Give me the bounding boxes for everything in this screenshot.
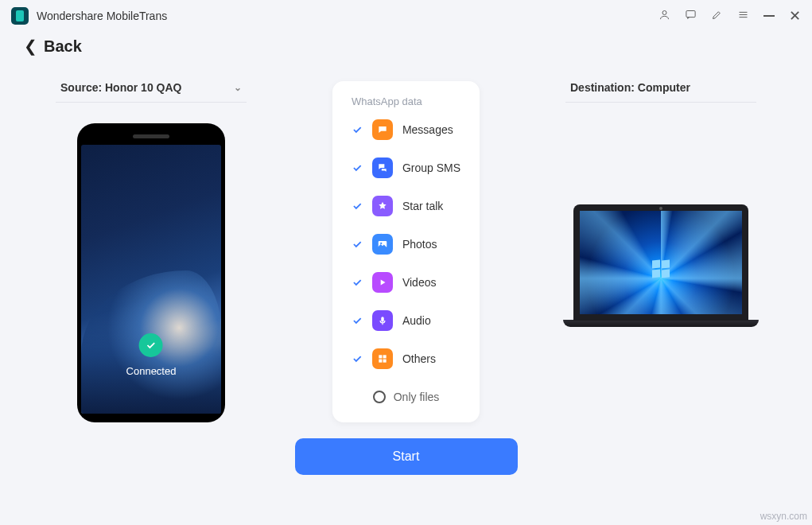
destination-label: Destination: Computer <box>570 81 690 94</box>
item-label: Videos <box>402 276 437 289</box>
data-item-audio[interactable]: Audio <box>347 301 465 340</box>
svg-rect-1 <box>686 10 695 17</box>
data-item-others[interactable]: Others <box>347 340 465 378</box>
destination-device-laptop <box>563 204 759 327</box>
item-label: Audio <box>402 314 431 327</box>
windows-logo-icon <box>652 260 670 278</box>
window-close[interactable]: ✕ <box>789 9 801 23</box>
check-icon <box>352 124 363 135</box>
check-icon <box>352 162 363 173</box>
only-files-option[interactable]: Only files <box>347 378 465 406</box>
check-icon <box>352 239 363 250</box>
watermark: wsxyn.com <box>760 511 807 522</box>
account-icon[interactable] <box>659 9 670 24</box>
feedback-icon[interactable] <box>685 9 697 24</box>
only-files-label: Only files <box>394 391 440 403</box>
app-title: Wondershare MobileTrans <box>37 10 167 22</box>
back-label: Back <box>44 37 82 56</box>
back-button[interactable]: ❮ Back <box>0 32 812 62</box>
check-icon <box>352 200 363 212</box>
check-icon <box>352 277 363 288</box>
destination-device-header: Destination: Computer <box>565 81 756 103</box>
svg-point-3 <box>380 243 382 244</box>
data-item-group-sms[interactable]: Group SMS <box>347 149 465 187</box>
check-icon <box>352 353 363 364</box>
data-selection-card: WhatsApp data Messages Group SMS Star ta… <box>332 81 480 422</box>
chevron-left-icon: ❮ <box>24 37 37 56</box>
data-item-messages[interactable]: Messages <box>347 111 465 149</box>
start-button[interactable]: Start <box>295 438 518 475</box>
audio-icon <box>372 310 393 331</box>
videos-icon <box>372 272 393 293</box>
svg-rect-5 <box>379 355 382 358</box>
card-title: WhatsApp data <box>347 95 465 107</box>
source-status: Connected <box>126 365 177 377</box>
photos-icon <box>372 234 393 255</box>
source-device-phone: Connected <box>77 123 225 422</box>
item-label: Star talk <box>402 200 443 212</box>
svg-rect-8 <box>383 360 387 363</box>
item-label: Messages <box>402 123 453 136</box>
item-label: Photos <box>402 238 437 251</box>
data-item-videos[interactable]: Videos <box>347 263 465 301</box>
item-label: Group SMS <box>402 161 460 174</box>
source-label: Source: Honor 10 QAQ <box>60 81 181 94</box>
data-item-star-talk[interactable]: Star talk <box>347 187 465 225</box>
chevron-down-icon: ⌄ <box>234 82 242 93</box>
app-logo <box>11 7 29 25</box>
check-icon <box>352 315 363 326</box>
item-label: Others <box>402 352 436 365</box>
data-item-photos[interactable]: Photos <box>347 225 465 263</box>
svg-point-0 <box>662 10 666 14</box>
star-talk-icon <box>372 196 393 216</box>
group-sms-icon <box>372 158 393 178</box>
messages-icon <box>372 119 393 140</box>
window-minimize[interactable] <box>763 15 775 17</box>
connected-check-icon <box>139 333 163 357</box>
svg-rect-4 <box>381 317 384 321</box>
edit-icon[interactable] <box>711 9 723 24</box>
source-device-selector[interactable]: Source: Honor 10 QAQ ⌄ <box>56 81 247 103</box>
svg-rect-6 <box>383 355 387 358</box>
menu-icon[interactable] <box>737 9 749 24</box>
titlebar: Wondershare MobileTrans ✕ <box>0 0 812 32</box>
radio-icon <box>373 391 386 403</box>
others-icon <box>372 348 393 369</box>
svg-rect-7 <box>379 360 382 363</box>
